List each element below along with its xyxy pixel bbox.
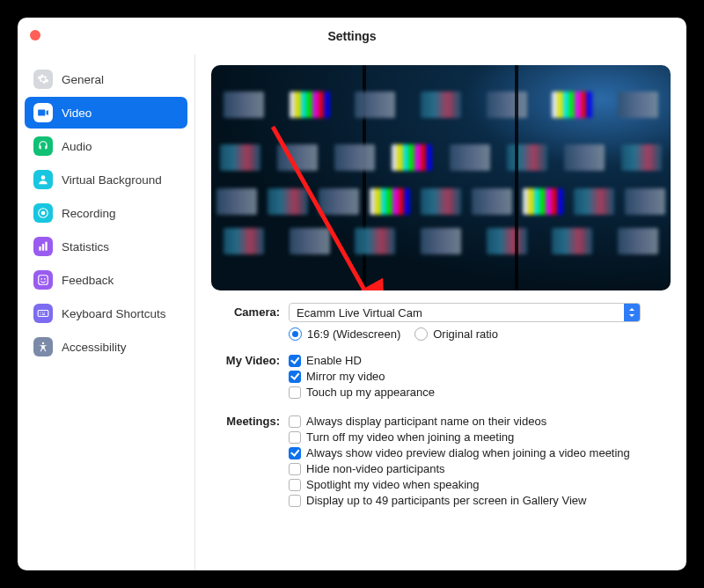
video-settings-form: Camera: Ecamm Live Virtual Cam 16:9 (Wid… (211, 303, 671, 510)
sidebar-item-label: Accessibility (62, 341, 127, 354)
meetings-option-label: Spotlight my video when speaking (306, 478, 480, 491)
checkbox-icon (289, 479, 301, 491)
camera-select[interactable]: Ecamm Live Virtual Cam (289, 303, 641, 322)
checkbox-icon (289, 495, 301, 507)
checkbox-icon (289, 463, 301, 475)
svg-rect-6 (39, 276, 48, 285)
sidebar-item-recording[interactable]: Recording (25, 197, 187, 229)
sidebar-item-label: Video (62, 107, 92, 120)
smile-icon (33, 270, 53, 290)
meetings-option-3[interactable]: Hide non-video participants (289, 462, 671, 475)
radio-icon (414, 327, 428, 341)
camera-select-value: Ecamm Live Virtual Cam (297, 306, 422, 320)
camera-icon (33, 103, 53, 122)
my-video-row: My Video: Enable HDMirror my videoTouch … (211, 351, 671, 401)
svg-point-12 (44, 312, 45, 312)
meetings-option-1[interactable]: Turn off my video when joining a meeting (289, 430, 671, 444)
sidebar-item-label: Recording (62, 207, 116, 220)
sidebar-item-video[interactable]: Video (25, 97, 187, 129)
video-preview (211, 65, 671, 290)
window-title: Settings (18, 29, 686, 43)
checkbox-icon (289, 447, 301, 459)
meetings-option-label: Display up to 49 participants per screen… (306, 494, 586, 507)
settings-window: Settings GeneralVideoAudioVirtual Backgr… (18, 18, 686, 570)
svg-point-15 (42, 342, 44, 344)
camera-row: Camera: Ecamm Live Virtual Cam 16:9 (Wid… (211, 303, 671, 346)
keyboard-icon (33, 304, 53, 323)
checkbox-icon (289, 386, 301, 399)
headset-icon (33, 136, 53, 156)
svg-rect-5 (45, 242, 47, 251)
sidebar: GeneralVideoAudioVirtual BackgroundRecor… (18, 55, 195, 570)
sidebar-item-keyboard-shortcuts[interactable]: Keyboard Shortcuts (25, 298, 187, 329)
svg-point-13 (40, 314, 41, 315)
meetings-option-label: Turn off my video when joining a meeting (306, 430, 514, 444)
my-video-option-0[interactable]: Enable HD (289, 354, 671, 367)
meetings-option-5[interactable]: Display up to 49 participants per screen… (289, 494, 671, 507)
svg-rect-3 (39, 246, 40, 251)
my-video-option-label: Mirror my video (306, 370, 385, 383)
window-body: GeneralVideoAudioVirtual BackgroundRecor… (18, 55, 686, 570)
checkbox-icon (289, 371, 301, 383)
svg-point-8 (44, 278, 46, 280)
sidebar-item-label: Audio (62, 140, 92, 153)
aspect-16-9-label: 16:9 (Widescreen) (307, 327, 400, 341)
meetings-label: Meetings: (211, 412, 289, 428)
radio-icon (289, 327, 302, 341)
checkbox-icon (289, 355, 301, 367)
sidebar-item-label: General (62, 73, 104, 86)
my-video-option-label: Enable HD (306, 354, 362, 367)
titlebar: Settings (18, 18, 686, 55)
sidebar-item-audio[interactable]: Audio (25, 130, 187, 162)
sidebar-item-label: Keyboard Shortcuts (62, 307, 166, 320)
access-icon (33, 337, 53, 356)
sidebar-item-feedback[interactable]: Feedback (25, 264, 187, 296)
meetings-option-2[interactable]: Always show video preview dialog when jo… (289, 446, 671, 459)
sidebar-item-accessibility[interactable]: Accessibility (25, 331, 187, 363)
meetings-option-0[interactable]: Always display participant name on their… (289, 415, 671, 428)
camera-label: Camera: (211, 303, 289, 319)
checkbox-icon (289, 415, 301, 428)
my-video-option-2[interactable]: Touch up my appearance (289, 386, 671, 399)
my-video-label: My Video: (211, 351, 289, 367)
svg-point-10 (40, 312, 41, 312)
meetings-option-label: Always show video preview dialog when jo… (306, 446, 630, 459)
stats-icon (33, 237, 53, 256)
checkbox-icon (289, 431, 301, 444)
sidebar-item-label: Statistics (62, 240, 109, 254)
aspect-original-label: Original ratio (433, 327, 498, 341)
my-video-option-label: Touch up my appearance (306, 386, 435, 399)
aspect-16-9-radio[interactable]: 16:9 (Widescreen) (289, 327, 400, 341)
sidebar-item-label: Virtual Background (62, 173, 162, 187)
gear-icon (33, 70, 53, 89)
sidebar-item-statistics[interactable]: Statistics (25, 231, 187, 262)
chevron-updown-icon (624, 304, 640, 321)
svg-rect-4 (42, 244, 44, 251)
svg-point-0 (41, 175, 46, 180)
svg-rect-14 (42, 314, 46, 315)
meetings-option-label: Hide non-video participants (306, 462, 445, 475)
sidebar-item-label: Feedback (62, 274, 114, 287)
record-icon (33, 203, 53, 223)
aspect-original-radio[interactable]: Original ratio (414, 327, 498, 341)
svg-rect-9 (38, 311, 48, 317)
svg-point-11 (42, 312, 43, 312)
svg-point-2 (41, 211, 46, 216)
my-video-option-1[interactable]: Mirror my video (289, 370, 671, 383)
user-icon (33, 170, 53, 189)
meetings-option-label: Always display participant name on their… (306, 415, 546, 428)
sidebar-item-virtual-background[interactable]: Virtual Background (25, 164, 187, 195)
svg-point-7 (40, 278, 42, 280)
content-pane: Camera: Ecamm Live Virtual Cam 16:9 (Wid… (195, 55, 686, 570)
close-window-button[interactable] (30, 30, 40, 40)
meetings-row: Meetings: Always display participant nam… (211, 412, 671, 510)
meetings-option-4[interactable]: Spotlight my video when speaking (289, 478, 671, 491)
sidebar-item-general[interactable]: General (25, 63, 187, 95)
